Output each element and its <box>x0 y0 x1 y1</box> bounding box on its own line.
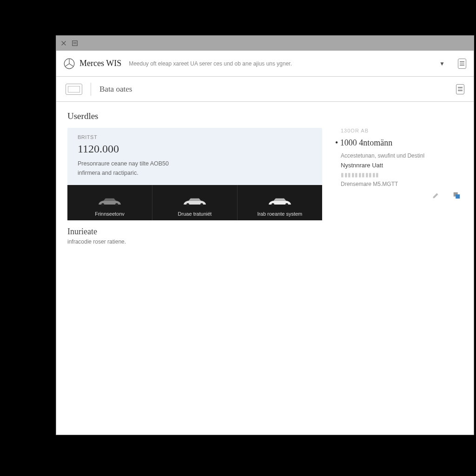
vehicle-label: lrab roeante system <box>258 211 303 217</box>
card-desc-2: infirmera and ractiparic. <box>78 168 312 178</box>
svg-point-5 <box>115 203 118 206</box>
export-icon[interactable] <box>452 191 461 199</box>
side-line-3: Drensemare M5.MGTT <box>341 181 463 187</box>
header-actions: ▼ <box>439 59 466 69</box>
app-header: Merces WIS Meeduy oft eleap xareet UA se… <box>56 51 474 77</box>
svg-point-8 <box>271 203 274 206</box>
vehicle-label: Frinnseetonv <box>95 211 125 217</box>
summary-card[interactable]: BRITST 1120.000 Presonraure ceane nay ti… <box>67 128 322 185</box>
section-title: Userdles <box>67 111 322 121</box>
app-window: Merces WIS Meeduy oft eleap xareet UA se… <box>56 35 474 435</box>
svg-point-6 <box>186 203 189 206</box>
breadcrumb[interactable]: Bata oates <box>99 85 132 94</box>
product-subtitle: Meeduy oft eleap xareet UA serer ces und… <box>129 60 435 67</box>
car-icon <box>181 195 209 208</box>
side-title: 1000 4ntomänn <box>341 138 463 148</box>
content: Userdles BRITST 1120.000 Presonraure cea… <box>56 102 474 435</box>
svg-rect-11 <box>456 194 460 198</box>
side-line-faded: ▮▮▮▮▮▮▮▮▮▮▮ <box>341 172 463 178</box>
card-value: 1120.000 <box>78 143 312 155</box>
subsection-desc: infracodie roser ratiene. <box>67 238 322 245</box>
page-options-icon[interactable] <box>456 84 464 94</box>
chevron-down-icon[interactable]: ▼ <box>439 60 445 67</box>
content-left: Userdles BRITST 1120.000 Presonraure cea… <box>67 111 322 425</box>
tool-pin-icon[interactable] <box>60 40 67 47</box>
breadcrumb-bar: Bata oates <box>56 77 474 102</box>
vehicle-row: Frinnseetonv Druae tratuniét <box>67 185 322 220</box>
vehicle-option-3[interactable]: lrab roeante system <box>238 185 322 220</box>
device-icon[interactable] <box>66 84 82 95</box>
edit-icon[interactable] <box>432 191 440 199</box>
content-right: 130OR AB 1000 4ntomänn Accestetunan, swu… <box>341 111 463 425</box>
document-icon[interactable] <box>458 59 466 69</box>
product-name: Merces WIS <box>79 59 121 68</box>
divider <box>91 83 91 96</box>
side-eyebrow: 130OR AB <box>341 128 463 133</box>
tool-list-icon[interactable] <box>71 40 79 47</box>
side-line-1: Accestetunan, swufint und Destinl <box>341 152 463 159</box>
svg-point-7 <box>200 203 203 206</box>
svg-point-9 <box>285 203 288 206</box>
card-eyebrow: BRITST <box>78 134 312 140</box>
car-icon <box>266 195 294 208</box>
car-icon <box>96 195 124 208</box>
side-actions <box>341 191 463 199</box>
vehicle-label: Druae tratuniét <box>178 211 212 217</box>
side-line-2: Nystnnrare Uatt <box>341 162 463 169</box>
card-desc-1: Presonraure ceane nay tilte AOB50 <box>78 159 312 168</box>
window-toolbar <box>56 36 474 51</box>
subsection-title: Inurieate <box>67 227 322 237</box>
vehicle-option-1[interactable]: Frinnseetonv <box>67 185 152 220</box>
vehicle-option-2[interactable]: Druae tratuniét <box>152 185 238 220</box>
svg-rect-0 <box>73 41 78 46</box>
svg-point-4 <box>101 203 104 206</box>
brand-logo-icon <box>64 58 75 69</box>
